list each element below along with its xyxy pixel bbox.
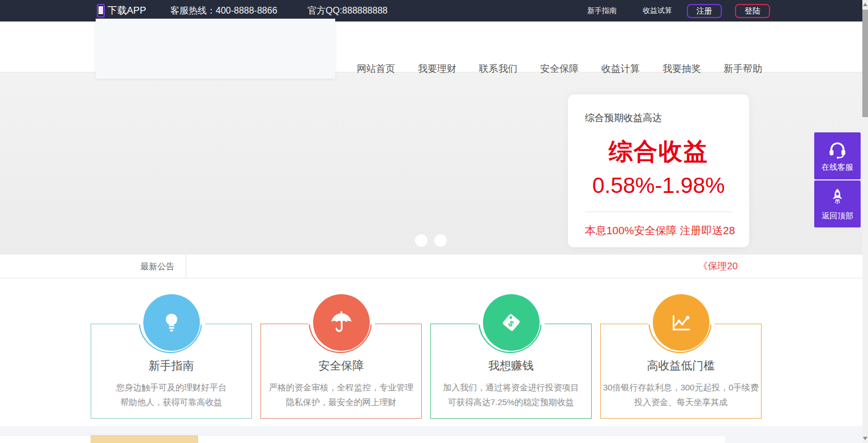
- headset-icon: [827, 140, 848, 159]
- features-section: 新手指南 您身边触手可及的理财好平台 帮助他人，获得可靠高收益 安全保障: [0, 278, 868, 426]
- feature-icon-wrap: [648, 294, 715, 354]
- carousel-dot-1[interactable]: [415, 234, 427, 247]
- carousel-dots: [415, 234, 447, 247]
- feature-card-earn-money[interactable]: $ 我想赚钱 加入我们，通过将资金进行投资项目 可获得高达7.25%的稳定预期收…: [430, 324, 592, 419]
- arrow-up-icon: [863, 3, 867, 6]
- announcement-marquee: 《保理20: [186, 255, 740, 278]
- login-button[interactable]: 登陆: [735, 4, 770, 18]
- topbar-link-guide[interactable]: 新手指南: [587, 0, 617, 21]
- feature-desc-line2: 可获得高达7.25%的稳定预期收益: [431, 395, 591, 410]
- feature-card-high-yield[interactable]: 高收益低门槛 30倍银行存款利息，300元起投，0手续费 投入资金、每天坐享其成: [600, 324, 762, 419]
- feature-desc: 加入我们，通过将资金进行投资项目 可获得高达7.25%的稳定预期收益: [431, 380, 591, 410]
- yield-card-subtitle: 综合预期收益高达: [585, 111, 732, 124]
- phone-icon: [97, 4, 105, 18]
- announcement-label: 最新公告: [140, 255, 174, 278]
- nav-item-security[interactable]: 安全保障: [540, 62, 579, 75]
- vertical-scrollbar[interactable]: [862, 0, 868, 443]
- money-tag-icon: $: [483, 294, 540, 351]
- online-service-label: 在线客服: [822, 162, 853, 173]
- feature-icon-wrap: [308, 294, 375, 354]
- chart-icon: [653, 294, 709, 351]
- announcement-bar: 最新公告 《保理20: [0, 255, 868, 278]
- feature-desc-line1: 30倍银行存款利息，300元起投，0手续费: [601, 380, 761, 395]
- announcement-text[interactable]: 《保理20: [698, 255, 738, 278]
- nav-item-home[interactable]: 网站首页: [357, 62, 395, 75]
- nav-item-contact[interactable]: 联系我们: [479, 62, 518, 75]
- back-to-top-button[interactable]: 返回顶部: [814, 180, 861, 227]
- feature-desc-line2: 投入资金、每天坐享其成: [601, 395, 761, 410]
- feature-card-security[interactable]: 安全保障 严格的资金审核，全程监控，专业管理 隐私保护，最安全的网上理财: [260, 324, 422, 419]
- register-button[interactable]: 注册: [687, 4, 722, 18]
- feature-title: 高收益低门槛: [601, 358, 761, 373]
- nav-item-help[interactable]: 新手帮助: [724, 62, 762, 75]
- arrow-down-icon: [863, 437, 867, 440]
- nav-item-lottery[interactable]: 我要抽奖: [662, 62, 701, 75]
- feature-desc-line1: 严格的资金审核，全程监控，专业管理: [261, 380, 421, 395]
- rocket-icon: [828, 187, 847, 208]
- feature-card-newbie-guide[interactable]: 新手指南 您身边触手可及的理财好平台 帮助他人，获得可靠高收益: [91, 324, 252, 419]
- feature-desc-line1: 加入我们，通过将资金进行投资项目: [431, 380, 591, 395]
- yield-card-divider: [585, 212, 732, 212]
- back-to-top-label: 返回顶部: [822, 211, 853, 221]
- yield-card-title: 综合收益: [585, 136, 732, 167]
- main-nav: 网站首页 我要理财 联系我们 安全保障 收益计算 我要抽奖 新手帮助: [357, 43, 762, 94]
- feature-title: 安全保障: [261, 358, 421, 373]
- yield-card-promo: 本息100%安全保障 注册即送28: [585, 223, 732, 238]
- scrollbar-down-button[interactable]: [862, 434, 868, 443]
- lightbulb-icon: [143, 294, 200, 351]
- feature-desc: 30倍银行存款利息，300元起投，0手续费 投入资金、每天坐享其成: [601, 380, 761, 410]
- scrollbar-thumb[interactable]: [862, 10, 868, 117]
- floating-toolbar: 在线客服 返回顶部: [814, 132, 861, 229]
- bottom-tab-highlight[interactable]: [91, 435, 198, 443]
- yield-card: 综合预期收益高达 综合收益 0.58%-1.98% 本息100%安全保障 注册即…: [568, 94, 749, 247]
- hero-banner: 综合预期收益高达 综合收益 0.58%-1.98% 本息100%安全保障 注册即…: [0, 72, 868, 255]
- carousel-dot-2[interactable]: [434, 234, 447, 247]
- feature-desc: 严格的资金审核，全程监控，专业管理 隐私保护，最安全的网上理财: [261, 380, 421, 410]
- online-service-button[interactable]: 在线客服: [814, 132, 861, 179]
- umbrella-icon: [313, 294, 370, 351]
- feature-icon-wrap: $: [478, 294, 545, 354]
- feature-title: 我想赚钱: [431, 358, 591, 373]
- nav-item-invest[interactable]: 我要理财: [418, 62, 456, 75]
- feature-desc-line2: 隐私保护，最安全的网上理财: [261, 395, 421, 410]
- page: 下载APP 客服热线：400-8888-8866 官方QQ:888888888 …: [0, 0, 868, 443]
- nav-item-calc[interactable]: 收益计算: [601, 62, 640, 75]
- yield-card-rate: 0.58%-1.98%: [585, 173, 732, 198]
- topbar-link-calc[interactable]: 收益试算: [643, 0, 672, 21]
- feature-desc: 您身边触手可及的理财好平台 帮助他人，获得可靠高收益: [91, 380, 251, 410]
- feature-desc-line1: 您身边触手可及的理财好平台: [91, 380, 251, 395]
- feature-icon-wrap: [138, 294, 205, 354]
- scrollbar-up-button[interactable]: [862, 0, 868, 9]
- feature-desc-line2: 帮助他人，获得可靠高收益: [91, 395, 251, 410]
- logo-placeholder[interactable]: [96, 19, 335, 79]
- feature-title: 新手指南: [91, 358, 251, 373]
